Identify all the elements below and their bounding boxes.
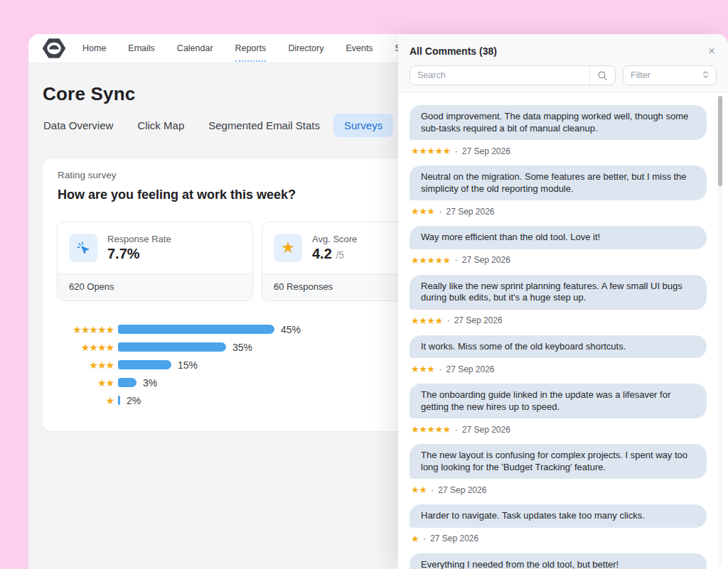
app-window: HomeEmailsCalendarReportsDirectoryEvents… bbox=[28, 34, 728, 569]
comment-item: Neutral on the migration. Some features … bbox=[410, 166, 707, 217]
nav-item-home[interactable]: Home bbox=[82, 43, 106, 53]
comment-item: Everything I needed from the old tool, b… bbox=[410, 553, 707, 569]
comment-rating-stars: ★★★★★ bbox=[411, 256, 451, 265]
meta-separator: · bbox=[439, 207, 441, 216]
comment-date: 27 Sep 2026 bbox=[438, 486, 486, 494]
survey-question: How are you feeling at work this week? bbox=[58, 188, 296, 202]
nav-item-directory[interactable]: Directory bbox=[288, 43, 323, 53]
comment-date: 27 Sep 2026 bbox=[430, 534, 478, 543]
meta-separator: · bbox=[455, 426, 458, 434]
stat-value: 7.7% bbox=[107, 246, 171, 262]
comment-bubble: Harder to navigate. Task updates take to… bbox=[410, 504, 707, 528]
tab-click-map[interactable]: Click Map bbox=[127, 114, 195, 137]
comment-rating-stars: ★★★★★ bbox=[411, 146, 451, 156]
meta-separator: · bbox=[455, 256, 458, 264]
comment-date: 27 Sep 2026 bbox=[446, 365, 494, 374]
desktop-background: HomeEmailsCalendarReportsDirectoryEvents… bbox=[0, 0, 728, 569]
comment-meta: ★★·27 Sep 2026 bbox=[410, 484, 707, 495]
comments-panel-header: All Comments (38) × Filt bbox=[398, 34, 728, 92]
rating-bar-row: ★★★★35% bbox=[57, 338, 301, 356]
meta-separator: · bbox=[439, 365, 441, 374]
close-icon[interactable]: × bbox=[708, 45, 715, 57]
comment-bubble: Neutral on the migration. Some features … bbox=[410, 166, 707, 200]
nav-item-events[interactable]: Events bbox=[346, 43, 373, 53]
rating-bar bbox=[118, 396, 120, 405]
nav-item-emails[interactable]: Emails bbox=[128, 43, 155, 53]
response-rate-card: Response Rate 7.7% 620 Opens bbox=[57, 222, 253, 301]
rating-percent: 35% bbox=[232, 342, 252, 353]
rating-percent: 2% bbox=[127, 395, 141, 406]
comment-item: It works. Miss some of the old keyboard … bbox=[410, 335, 707, 375]
search-icon[interactable] bbox=[589, 66, 615, 85]
tab-segmented-email-stats[interactable]: Segmented Email Stats bbox=[198, 114, 331, 137]
rating-bar bbox=[118, 378, 136, 387]
comment-meta: ★★★·27 Sep 2026 bbox=[410, 364, 707, 374]
comment-bubble: Everything I needed from the old tool, b… bbox=[410, 553, 707, 569]
comment-meta: ★★★·27 Sep 2026 bbox=[410, 206, 707, 217]
comment-rating-stars: ★★★★ bbox=[411, 316, 443, 325]
report-tabs: Data OverviewClick MapSegmented Email St… bbox=[33, 114, 393, 137]
comment-bubble: Good improvement. The data mapping worke… bbox=[410, 105, 707, 140]
comment-date: 27 Sep 2026 bbox=[462, 147, 510, 156]
page-title: Core Sync bbox=[43, 83, 135, 105]
click-icon bbox=[69, 234, 97, 262]
meta-separator: · bbox=[455, 147, 458, 156]
comment-date: 27 Sep 2026 bbox=[446, 207, 494, 216]
comment-meta: ★★★★★·27 Sep 2026 bbox=[410, 424, 707, 435]
filter-select[interactable]: Filter bbox=[623, 65, 717, 85]
comment-date: 27 Sep 2026 bbox=[462, 256, 510, 264]
stat-value: 4.2 /5 bbox=[312, 246, 357, 262]
survey-type-label: Rating survey bbox=[58, 170, 117, 180]
nav-items: HomeEmailsCalendarReportsDirectoryEvents… bbox=[82, 43, 449, 53]
meta-separator: · bbox=[447, 316, 450, 325]
comment-bubble: Way more efficient than the old tool. Lo… bbox=[410, 226, 707, 249]
comment-meta: ★·27 Sep 2026 bbox=[410, 533, 707, 544]
rating-stars: ★★ bbox=[57, 378, 114, 388]
meta-separator: · bbox=[423, 534, 426, 543]
comment-rating-stars: ★ bbox=[411, 534, 419, 543]
meta-separator: · bbox=[431, 486, 434, 494]
comment-item: Harder to navigate. Task updates take to… bbox=[410, 504, 707, 544]
filter-label: Filter bbox=[631, 70, 651, 80]
rating-bar-row: ★★★15% bbox=[57, 356, 301, 374]
comment-meta: ★★★★★·27 Sep 2026 bbox=[410, 255, 707, 266]
comment-item: Good improvement. The data mapping worke… bbox=[410, 105, 707, 156]
rating-bar bbox=[118, 360, 171, 369]
tab-data-overview[interactable]: Data Overview bbox=[33, 114, 124, 137]
comment-rating-stars: ★★★★★ bbox=[411, 425, 451, 434]
nav-item-reports[interactable]: Reports bbox=[235, 43, 267, 53]
comment-bubble: The onboarding guide linked in the updat… bbox=[410, 384, 707, 418]
rating-stars: ★★★ bbox=[57, 360, 114, 370]
comments-panel: All Comments (38) × Filt bbox=[398, 34, 728, 569]
comment-bubble: Really like the new sprint planning feat… bbox=[410, 275, 707, 310]
rating-stars: ★★★★ bbox=[57, 342, 114, 352]
rating-percent: 45% bbox=[281, 324, 301, 335]
comment-rating-stars: ★★★ bbox=[411, 207, 434, 216]
rating-bar-row: ★2% bbox=[57, 391, 301, 409]
comment-item: Way more efficient than the old tool. Lo… bbox=[410, 226, 707, 266]
tab-surveys[interactable]: Surveys bbox=[333, 114, 393, 137]
rating-stars: ★★★★★ bbox=[57, 325, 114, 335]
rating-bar-row: ★★★★★45% bbox=[57, 320, 301, 338]
comment-item: The new layout is confusing for complex … bbox=[410, 444, 707, 495]
comment-meta: ★★★★·27 Sep 2026 bbox=[410, 315, 707, 326]
rating-stars: ★ bbox=[57, 396, 114, 406]
comment-meta: ★★★★★·27 Sep 2026 bbox=[410, 146, 707, 156]
search-input[interactable] bbox=[410, 70, 589, 80]
app-logo-icon bbox=[42, 38, 66, 59]
comment-search bbox=[410, 65, 616, 85]
nav-item-calendar[interactable]: Calendar bbox=[177, 43, 213, 53]
comment-item: Really like the new sprint planning feat… bbox=[410, 275, 707, 326]
comments-list: Good improvement. The data mapping worke… bbox=[398, 92, 728, 569]
comment-item: The onboarding guide linked in the updat… bbox=[410, 384, 707, 435]
rating-distribution-chart: ★★★★★45%★★★★35%★★★15%★★3%★2% bbox=[57, 320, 301, 409]
chevron-updown-icon bbox=[702, 70, 709, 81]
stat-footer: 620 Opens bbox=[58, 273, 252, 300]
star-icon: ★ bbox=[274, 234, 302, 262]
rating-bar-row: ★★3% bbox=[57, 374, 301, 391]
comment-date: 27 Sep 2026 bbox=[462, 426, 510, 434]
comment-rating-stars: ★★ bbox=[411, 485, 427, 494]
comment-rating-stars: ★★★ bbox=[411, 364, 434, 374]
scrollbar-thumb[interactable] bbox=[718, 96, 722, 186]
comment-bubble: The new layout is confusing for complex … bbox=[410, 444, 707, 479]
